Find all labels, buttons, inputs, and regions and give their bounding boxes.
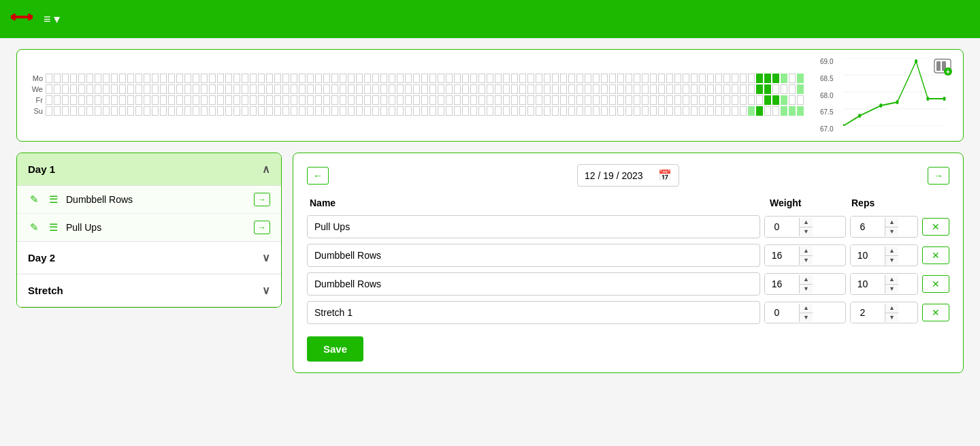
weight-chart: 69.0 68.5 68.0 67.5 67.0 bbox=[820, 58, 952, 133]
dumbbell-icon bbox=[11, 9, 33, 25]
log-name-dumbbell-2[interactable] bbox=[307, 272, 760, 296]
day1-header[interactable]: Day 1 ∧ bbox=[17, 153, 281, 186]
spin-down-reps-dumbbell-1[interactable]: ▼ bbox=[885, 256, 898, 265]
date-input[interactable] bbox=[585, 170, 653, 181]
stretch-section: Stretch ∨ bbox=[17, 274, 281, 307]
day2-label: Day 2 bbox=[28, 252, 55, 264]
svg-text:+: + bbox=[946, 68, 950, 76]
edit-icon-dumbbell[interactable]: ✎ bbox=[28, 193, 40, 206]
exercise-name-pullups: Pull Ups bbox=[66, 222, 247, 233]
heatmap-row-we: We bbox=[28, 84, 804, 94]
spin-up-reps-pullups[interactable]: ▲ bbox=[885, 218, 898, 227]
exercise-name-dumbbell: Dumbbell Rows bbox=[66, 194, 247, 205]
heatmap-cells-mo bbox=[46, 74, 804, 83]
log-row-dumbbell-2: ▲ ▼ ▲ ▼ ✕ bbox=[307, 272, 949, 296]
edit-icon-pullups[interactable]: ✎ bbox=[28, 221, 40, 234]
exercise-item-dumbbell-rows: ✎ ☰ Dumbbell Rows → bbox=[17, 186, 281, 214]
log-name-stretch[interactable] bbox=[307, 301, 760, 324]
app-logo bbox=[11, 9, 33, 29]
spin-up-weight-pullups[interactable]: ▲ bbox=[800, 218, 813, 227]
exercise-item-pull-ups: ✎ ☰ Pull Ups → bbox=[17, 214, 281, 241]
day2-header[interactable]: Day 2 ∨ bbox=[17, 242, 281, 274]
add-weight-icon: + bbox=[933, 58, 952, 77]
log-reps-dumbbell-2[interactable] bbox=[851, 274, 885, 294]
spin-down-reps-dumbbell-2[interactable]: ▼ bbox=[885, 285, 898, 293]
bottom-row: Day 1 ∧ ✎ ☰ Dumbbell Rows → ✎ ☰ Pull Ups… bbox=[16, 153, 964, 373]
log-row-dumbbell-1: ▲ ▼ ▲ ▼ ✕ bbox=[307, 244, 949, 267]
heatmap-label-mo: Mo bbox=[28, 74, 43, 82]
list-icon-pullups[interactable]: ☰ bbox=[47, 221, 59, 234]
spin-down-weight-stretch[interactable]: ▼ bbox=[800, 313, 813, 322]
log-name-pullups[interactable] bbox=[307, 215, 760, 238]
next-date-button[interactable]: → bbox=[928, 167, 949, 185]
spin-down-weight-pullups[interactable]: ▼ bbox=[800, 227, 813, 236]
svg-rect-18 bbox=[936, 61, 941, 71]
day1-label: Day 1 bbox=[28, 163, 55, 175]
heatmap-label-we: We bbox=[28, 85, 43, 93]
col-reps-header: Reps bbox=[851, 197, 919, 208]
heatmap-row-fr: Fr bbox=[28, 95, 804, 105]
spin-up-reps-dumbbell-1[interactable]: ▲ bbox=[885, 246, 898, 256]
navigate-pullups-button[interactable]: → bbox=[254, 221, 270, 234]
spin-btns-reps-dumbbell-2: ▲ ▼ bbox=[885, 275, 898, 293]
svg-rect-4 bbox=[29, 15, 33, 19]
prev-date-button[interactable]: ← bbox=[307, 167, 329, 185]
spin-btns-reps-pullups: ▲ ▼ bbox=[885, 218, 898, 236]
log-weight-stretch-wrapper: ▲ ▼ bbox=[764, 302, 846, 323]
list-icon-dumbbell[interactable]: ☰ bbox=[47, 193, 59, 206]
heatmap-cells-su bbox=[46, 106, 804, 116]
log-reps-pullups-wrapper: ▲ ▼ bbox=[850, 216, 918, 238]
log-reps-dumbbell-2-wrapper: ▲ ▼ bbox=[850, 273, 918, 295]
spin-up-weight-stretch[interactable]: ▲ bbox=[800, 304, 813, 313]
heatmap-row-mo: Mo bbox=[28, 74, 804, 83]
workout-list-panel: Day 1 ∧ ✎ ☰ Dumbbell Rows → ✎ ☰ Pull Ups… bbox=[16, 153, 282, 308]
log-row-stretch: ▲ ▼ ▲ ▼ ✕ bbox=[307, 301, 949, 324]
svg-point-13 bbox=[896, 100, 898, 104]
remove-dumbbell-2-button[interactable]: ✕ bbox=[922, 275, 949, 293]
spin-up-reps-dumbbell-2[interactable]: ▲ bbox=[885, 275, 898, 285]
svg-point-16 bbox=[943, 97, 945, 101]
log-weight-stretch[interactable] bbox=[765, 302, 799, 323]
svg-point-15 bbox=[926, 97, 929, 101]
spin-btns-weight-dumbbell-2: ▲ ▼ bbox=[799, 275, 813, 293]
menu-button[interactable]: ≡ ▾ bbox=[44, 12, 60, 27]
spin-btns-weight-stretch: ▲ ▼ bbox=[799, 304, 813, 322]
spin-down-weight-dumbbell-2[interactable]: ▼ bbox=[800, 285, 813, 293]
log-reps-pullups[interactable] bbox=[851, 217, 885, 237]
day2-chevron-down-icon: ∨ bbox=[262, 251, 270, 264]
remove-dumbbell-1-button[interactable]: ✕ bbox=[922, 246, 949, 264]
log-weight-dumbbell-1[interactable] bbox=[765, 245, 799, 266]
log-reps-stretch[interactable] bbox=[851, 302, 885, 323]
spin-btns-reps-dumbbell-1: ▲ ▼ bbox=[885, 246, 898, 265]
chart-y-labels: 69.0 68.5 68.0 67.5 67.0 bbox=[820, 58, 840, 133]
stretch-header[interactable]: Stretch ∨ bbox=[17, 274, 281, 307]
date-input-wrapper: 📅 bbox=[577, 164, 679, 187]
day1-exercise-list: ✎ ☰ Dumbbell Rows → ✎ ☰ Pull Ups → bbox=[17, 186, 281, 242]
remove-pullups-button[interactable]: ✕ bbox=[922, 218, 949, 236]
log-weight-pullups[interactable] bbox=[765, 217, 799, 237]
spin-up-weight-dumbbell-1[interactable]: ▲ bbox=[800, 246, 813, 256]
spin-up-reps-stretch[interactable]: ▲ bbox=[885, 304, 898, 313]
log-weight-dumbbell-2[interactable] bbox=[765, 274, 799, 294]
navigate-dumbbell-button[interactable]: → bbox=[254, 193, 270, 206]
log-weight-dumbbell-2-wrapper: ▲ ▼ bbox=[764, 273, 846, 295]
chart-area bbox=[843, 58, 947, 126]
stretch-chevron-down-icon: ∨ bbox=[262, 284, 270, 297]
calendar-icon[interactable]: 📅 bbox=[658, 169, 672, 182]
spin-down-weight-dumbbell-1[interactable]: ▼ bbox=[800, 256, 813, 265]
add-weight-button[interactable]: + bbox=[933, 58, 952, 80]
save-button[interactable]: Save bbox=[307, 336, 363, 362]
log-reps-dumbbell-1-wrapper: ▲ ▼ bbox=[850, 244, 918, 266]
chart-y-label-1: 69.0 bbox=[820, 58, 840, 65]
spin-down-reps-stretch[interactable]: ▼ bbox=[885, 313, 898, 322]
log-weight-dumbbell-1-wrapper: ▲ ▼ bbox=[764, 244, 846, 266]
chart-y-label-3: 68.0 bbox=[820, 92, 840, 99]
log-reps-dumbbell-1[interactable] bbox=[851, 245, 885, 266]
heatmap-label-fr: Fr bbox=[28, 96, 43, 104]
remove-stretch-button[interactable]: ✕ bbox=[922, 304, 949, 321]
spin-down-reps-pullups[interactable]: ▼ bbox=[885, 227, 898, 236]
spin-up-weight-dumbbell-2[interactable]: ▲ bbox=[800, 275, 813, 285]
log-name-dumbbell-1[interactable] bbox=[307, 244, 760, 267]
log-reps-stretch-wrapper: ▲ ▼ bbox=[850, 302, 918, 323]
spin-btns-weight-pullups: ▲ ▼ bbox=[799, 218, 813, 236]
